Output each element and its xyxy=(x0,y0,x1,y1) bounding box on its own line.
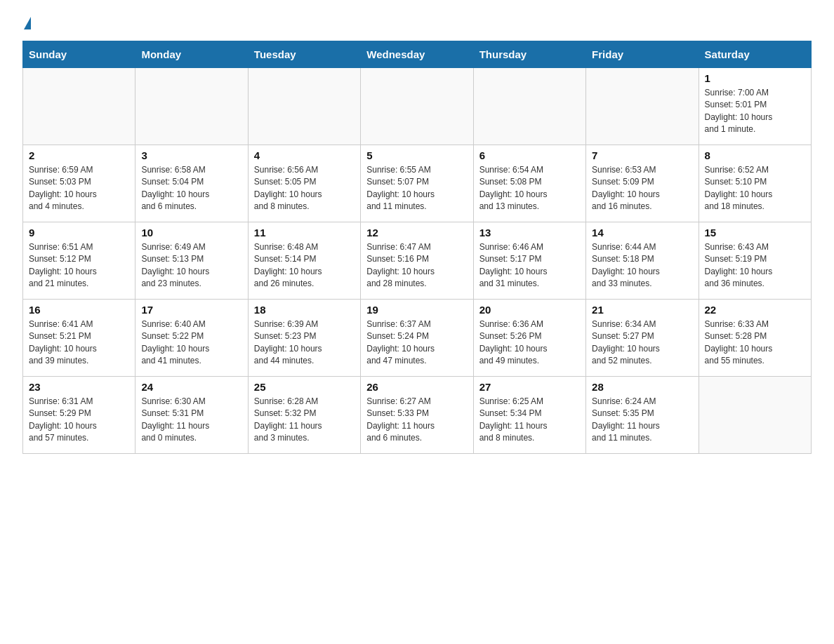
day-number: 18 xyxy=(254,304,355,316)
day-info: Sunrise: 6:59 AM Sunset: 5:03 PM Dayligh… xyxy=(29,164,129,213)
weekday-header-sunday: Sunday xyxy=(23,41,135,68)
calendar-cell: 19Sunrise: 6:37 AM Sunset: 5:24 PM Dayli… xyxy=(361,300,473,377)
weekday-header-thursday: Thursday xyxy=(473,41,585,68)
calendar-cell: 6Sunrise: 6:54 AM Sunset: 5:08 PM Daylig… xyxy=(473,145,585,222)
calendar-week-5: 23Sunrise: 6:31 AM Sunset: 5:29 PM Dayli… xyxy=(23,377,812,454)
calendar-cell: 28Sunrise: 6:24 AM Sunset: 5:35 PM Dayli… xyxy=(586,377,699,454)
day-info: Sunrise: 6:40 AM Sunset: 5:22 PM Dayligh… xyxy=(141,318,241,368)
calendar-cell: 13Sunrise: 6:46 AM Sunset: 5:17 PM Dayli… xyxy=(473,222,585,300)
weekday-header-friday: Friday xyxy=(586,41,699,68)
day-number: 20 xyxy=(479,304,580,316)
calendar-week-3: 9Sunrise: 6:51 AM Sunset: 5:12 PM Daylig… xyxy=(23,222,812,300)
day-number: 6 xyxy=(479,149,580,161)
day-number: 25 xyxy=(254,381,355,393)
day-info: Sunrise: 6:49 AM Sunset: 5:13 PM Dayligh… xyxy=(141,241,241,290)
calendar-cell xyxy=(699,377,811,454)
day-number: 21 xyxy=(592,304,692,316)
calendar-cell: 15Sunrise: 6:43 AM Sunset: 5:19 PM Dayli… xyxy=(699,222,811,300)
day-number: 14 xyxy=(592,227,692,239)
day-number: 2 xyxy=(29,149,129,161)
calendar-week-1: 1Sunrise: 7:00 AM Sunset: 5:01 PM Daylig… xyxy=(23,68,812,145)
calendar-week-4: 16Sunrise: 6:41 AM Sunset: 5:21 PM Dayli… xyxy=(23,300,812,377)
day-info: Sunrise: 6:58 AM Sunset: 5:04 PM Dayligh… xyxy=(141,164,241,213)
day-number: 7 xyxy=(592,149,692,161)
calendar-cell xyxy=(23,68,135,145)
day-number: 28 xyxy=(592,381,692,393)
day-info: Sunrise: 7:00 AM Sunset: 5:01 PM Dayligh… xyxy=(705,87,805,136)
day-number: 11 xyxy=(254,227,355,239)
day-number: 5 xyxy=(366,149,467,161)
calendar-cell: 5Sunrise: 6:55 AM Sunset: 5:07 PM Daylig… xyxy=(361,145,473,222)
day-info: Sunrise: 6:37 AM Sunset: 5:24 PM Dayligh… xyxy=(366,318,467,368)
day-info: Sunrise: 6:53 AM Sunset: 5:09 PM Dayligh… xyxy=(592,164,692,213)
logo-triangle-icon xyxy=(24,17,31,29)
calendar-cell: 18Sunrise: 6:39 AM Sunset: 5:23 PM Dayli… xyxy=(248,300,360,377)
day-number: 23 xyxy=(29,381,129,393)
day-info: Sunrise: 6:48 AM Sunset: 5:14 PM Dayligh… xyxy=(254,241,355,290)
day-number: 13 xyxy=(479,227,580,239)
logo xyxy=(22,17,32,29)
calendar-cell: 4Sunrise: 6:56 AM Sunset: 5:05 PM Daylig… xyxy=(248,145,360,222)
calendar-cell xyxy=(135,68,248,145)
calendar-cell: 24Sunrise: 6:30 AM Sunset: 5:31 PM Dayli… xyxy=(135,377,248,454)
calendar-cell xyxy=(361,68,473,145)
calendar-cell xyxy=(248,68,360,145)
day-number: 1 xyxy=(705,72,805,84)
calendar-cell: 16Sunrise: 6:41 AM Sunset: 5:21 PM Dayli… xyxy=(23,300,135,377)
calendar-cell: 9Sunrise: 6:51 AM Sunset: 5:12 PM Daylig… xyxy=(23,222,135,300)
calendar-cell: 12Sunrise: 6:47 AM Sunset: 5:16 PM Dayli… xyxy=(361,222,473,300)
calendar-cell: 22Sunrise: 6:33 AM Sunset: 5:28 PM Dayli… xyxy=(699,300,811,377)
day-info: Sunrise: 6:47 AM Sunset: 5:16 PM Dayligh… xyxy=(366,241,467,290)
day-number: 17 xyxy=(141,304,241,316)
weekday-header-monday: Monday xyxy=(135,41,248,68)
day-info: Sunrise: 6:30 AM Sunset: 5:31 PM Dayligh… xyxy=(141,396,241,445)
day-number: 22 xyxy=(705,304,805,316)
day-info: Sunrise: 6:33 AM Sunset: 5:28 PM Dayligh… xyxy=(705,318,805,368)
weekday-header-tuesday: Tuesday xyxy=(248,41,360,68)
day-info: Sunrise: 6:54 AM Sunset: 5:08 PM Dayligh… xyxy=(479,164,580,213)
calendar-cell: 27Sunrise: 6:25 AM Sunset: 5:34 PM Dayli… xyxy=(473,377,585,454)
day-info: Sunrise: 6:41 AM Sunset: 5:21 PM Dayligh… xyxy=(29,318,129,368)
weekday-header-saturday: Saturday xyxy=(699,41,811,68)
day-number: 9 xyxy=(29,227,129,239)
calendar-cell: 26Sunrise: 6:27 AM Sunset: 5:33 PM Dayli… xyxy=(361,377,473,454)
day-number: 24 xyxy=(141,381,241,393)
calendar-cell: 11Sunrise: 6:48 AM Sunset: 5:14 PM Dayli… xyxy=(248,222,360,300)
day-info: Sunrise: 6:36 AM Sunset: 5:26 PM Dayligh… xyxy=(479,318,580,368)
day-info: Sunrise: 6:28 AM Sunset: 5:32 PM Dayligh… xyxy=(254,396,355,445)
day-info: Sunrise: 6:25 AM Sunset: 5:34 PM Dayligh… xyxy=(479,396,580,445)
calendar-cell: 23Sunrise: 6:31 AM Sunset: 5:29 PM Dayli… xyxy=(23,377,135,454)
calendar-cell: 17Sunrise: 6:40 AM Sunset: 5:22 PM Dayli… xyxy=(135,300,248,377)
calendar-cell: 20Sunrise: 6:36 AM Sunset: 5:26 PM Dayli… xyxy=(473,300,585,377)
day-info: Sunrise: 6:46 AM Sunset: 5:17 PM Dayligh… xyxy=(479,241,580,290)
calendar-cell: 21Sunrise: 6:34 AM Sunset: 5:27 PM Dayli… xyxy=(586,300,699,377)
day-info: Sunrise: 6:39 AM Sunset: 5:23 PM Dayligh… xyxy=(254,318,355,368)
weekday-header-row: SundayMondayTuesdayWednesdayThursdayFrid… xyxy=(23,41,812,68)
day-number: 26 xyxy=(366,381,467,393)
calendar-cell: 2Sunrise: 6:59 AM Sunset: 5:03 PM Daylig… xyxy=(23,145,135,222)
day-number: 15 xyxy=(705,227,805,239)
calendar-cell: 14Sunrise: 6:44 AM Sunset: 5:18 PM Dayli… xyxy=(586,222,699,300)
day-info: Sunrise: 6:56 AM Sunset: 5:05 PM Dayligh… xyxy=(254,164,355,213)
day-info: Sunrise: 6:31 AM Sunset: 5:29 PM Dayligh… xyxy=(29,396,129,445)
weekday-header-wednesday: Wednesday xyxy=(361,41,473,68)
day-info: Sunrise: 6:34 AM Sunset: 5:27 PM Dayligh… xyxy=(592,318,692,368)
day-info: Sunrise: 6:27 AM Sunset: 5:33 PM Dayligh… xyxy=(366,396,467,445)
day-number: 27 xyxy=(479,381,580,393)
calendar-cell: 1Sunrise: 7:00 AM Sunset: 5:01 PM Daylig… xyxy=(699,68,811,145)
calendar-cell xyxy=(586,68,699,145)
day-number: 4 xyxy=(254,149,355,161)
day-info: Sunrise: 6:52 AM Sunset: 5:10 PM Dayligh… xyxy=(705,164,805,213)
day-number: 19 xyxy=(366,304,467,316)
calendar-cell: 25Sunrise: 6:28 AM Sunset: 5:32 PM Dayli… xyxy=(248,377,360,454)
day-info: Sunrise: 6:55 AM Sunset: 5:07 PM Dayligh… xyxy=(366,164,467,213)
day-info: Sunrise: 6:24 AM Sunset: 5:35 PM Dayligh… xyxy=(592,396,692,445)
day-number: 3 xyxy=(141,149,241,161)
calendar-cell: 10Sunrise: 6:49 AM Sunset: 5:13 PM Dayli… xyxy=(135,222,248,300)
day-number: 16 xyxy=(29,304,129,316)
calendar-cell: 3Sunrise: 6:58 AM Sunset: 5:04 PM Daylig… xyxy=(135,145,248,222)
calendar-table: SundayMondayTuesdayWednesdayThursdayFrid… xyxy=(22,41,812,454)
day-number: 10 xyxy=(141,227,241,239)
calendar-cell xyxy=(473,68,585,145)
day-number: 8 xyxy=(705,149,805,161)
